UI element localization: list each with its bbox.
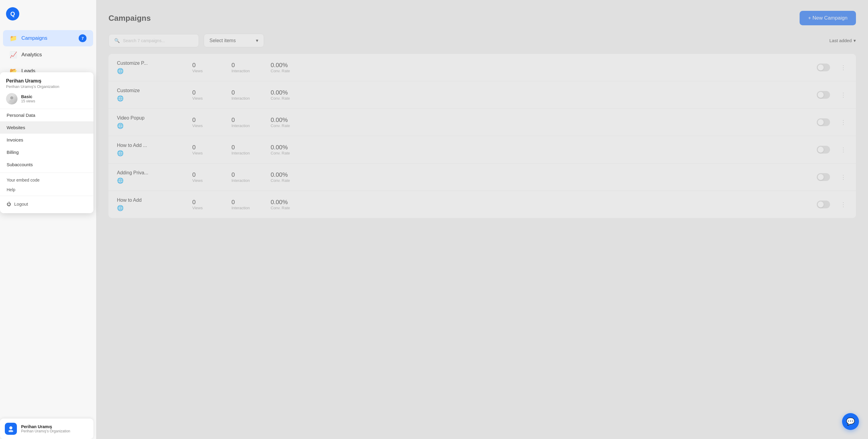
chevron-down-icon: ▾ [256,38,258,43]
logout-icon: ⏻ [7,201,11,207]
nav-icon-campaigns: 📁 [10,35,17,42]
campaign-list: Customize P... 🌐 0 Views 0 Interaction 0… [108,54,856,218]
campaign-views: 0 Views [192,62,222,73]
views-label: Views [192,124,203,128]
campaign-interaction: 0 Interaction [231,199,261,210]
select-items-label: Select items [210,38,236,43]
campaign-name: Customize [117,88,183,93]
campaign-more-button[interactable]: ⋮ [839,145,847,155]
sort-chevron-icon: ▾ [854,38,856,43]
campaign-card: Customize P... 🌐 0 Views 0 Interaction 0… [108,54,856,81]
campaign-name: Customize P... [117,61,183,66]
campaign-conv-rate: 0.00% Conv. Rate [271,89,301,101]
conv-rate-value: 0.00% [271,116,288,124]
dropdown-billing[interactable]: Billing [0,146,93,158]
search-box[interactable]: 🔍 Search 7 campaigns... [108,34,199,47]
sort-button[interactable]: Last added ▾ [830,38,856,43]
new-campaign-button[interactable]: + New Campaign [800,11,856,25]
campaign-card: Adding Priva... 🌐 0 Views 0 Interaction … [108,164,856,191]
campaign-card: Customize 🌐 0 Views 0 Interaction 0.00% … [108,81,856,109]
campaign-card: Video Popup 🌐 0 Views 0 Interaction 0.00… [108,109,856,136]
campaign-name-col: How to Add ... 🌐 [117,143,183,157]
views-value: 0 [192,171,195,178]
campaign-interaction: 0 Interaction [231,116,261,128]
select-items-dropdown[interactable]: Select items ▾ [204,34,264,47]
badge-campaigns: 7 [79,34,87,42]
search-placeholder: Search 7 campaigns... [123,38,165,43]
conv-rate-label: Conv. Rate [271,69,290,73]
campaign-name: How to Add [117,198,183,203]
user-bar-name: Perihan Uramış [21,424,70,429]
interaction-label: Interaction [231,178,250,183]
plan-avatar [6,93,18,104]
campaign-name-col: How to Add 🌐 [117,198,183,211]
main-content: Campaigns + New Campaign 🔍 Search 7 camp… [96,0,868,439]
campaign-more-button[interactable]: ⋮ [839,90,847,100]
user-dropdown-menu: Perihan Uramış Perihan Uramış's Organiza… [0,72,93,213]
globe-icon: 🌐 [117,95,183,102]
sidebar-item-campaigns[interactable]: 📁 Campaigns 7 [3,30,93,46]
conv-rate-value: 0.00% [271,89,288,96]
campaign-toggle[interactable] [817,173,830,181]
campaign-views: 0 Views [192,199,222,210]
dropdown-divider-2 [0,196,93,196]
views-label: Views [192,96,203,101]
dropdown-embed[interactable]: Your embed code [0,175,93,185]
campaign-views: 0 Views [192,144,222,155]
interaction-value: 0 [231,62,235,69]
interaction-label: Interaction [231,96,250,101]
nav-icon-analytics: 📈 [10,51,17,59]
dropdown-divider-1 [0,172,93,173]
campaign-name: Video Popup [117,115,183,121]
views-label: Views [192,178,203,183]
campaign-name-col: Customize P... 🌐 [117,61,183,74]
campaign-toggle[interactable] [817,118,830,126]
conv-rate-label: Conv. Rate [271,206,290,210]
campaign-more-button[interactable]: ⋮ [839,200,847,209]
interaction-label: Interaction [231,69,250,73]
dropdown-user-org: Perihan Uramış's Organization [6,84,87,89]
campaign-conv-rate: 0.00% Conv. Rate [271,144,301,155]
conv-rate-value: 0.00% [271,144,288,151]
campaign-card: How to Add 🌐 0 Views 0 Interaction 0.00%… [108,191,856,218]
plan-views: 15 views [21,99,35,103]
dropdown-subaccounts[interactable]: Subaccounts [0,158,93,171]
campaign-interaction: 0 Interaction [231,144,261,155]
conv-rate-label: Conv. Rate [271,124,290,128]
plan-name: Basic [21,94,35,99]
dropdown-websites[interactable]: Websites [0,121,93,134]
nav-label-campaigns: Campaigns [22,35,47,41]
user-bar-info: Perihan Uramış Perihan Uramış's Organiza… [21,424,70,433]
campaign-name: How to Add ... [117,143,183,148]
app-logo: Q [6,7,19,21]
globe-icon: 🌐 [117,177,183,184]
plan-row: Basic 15 views [6,93,87,104]
campaign-more-button[interactable]: ⋮ [839,63,847,72]
svg-point-0 [10,96,13,99]
logout-button[interactable]: ⏻ Logout [0,198,93,210]
conv-rate-value: 0.00% [271,62,288,69]
sidebar: Q 📁 Campaigns 7 📈 Analytics 📂 Leads Peri… [0,0,96,439]
campaign-toggle[interactable] [817,91,830,99]
dropdown-personal-data[interactable]: Personal Data [0,109,93,121]
campaign-views: 0 Views [192,89,222,101]
campaign-name-col: Adding Priva... 🌐 [117,170,183,184]
dropdown-invoices[interactable]: Invoices [0,134,93,146]
campaign-card: How to Add ... 🌐 0 Views 0 Interaction 0… [108,136,856,164]
chat-bubble[interactable]: 💬 [842,413,859,430]
campaign-toggle[interactable] [817,146,830,154]
campaign-name-col: Customize 🌐 [117,88,183,102]
campaign-toggle[interactable] [817,64,830,71]
views-label: Views [192,69,203,73]
user-bar[interactable]: Perihan Uramış Perihan Uramış's Organiza… [0,418,93,439]
campaign-more-button[interactable]: ⋮ [839,172,847,182]
campaign-toggle[interactable] [817,201,830,208]
logo-text: Q [10,10,15,18]
campaign-more-button[interactable]: ⋮ [839,117,847,127]
sidebar-item-analytics[interactable]: 📈 Analytics [3,47,93,63]
globe-icon: 🌐 [117,123,183,129]
svg-point-2 [9,426,12,429]
campaign-interaction: 0 Interaction [231,171,261,183]
dropdown-help[interactable]: Help [0,185,93,194]
campaign-conv-rate: 0.00% Conv. Rate [271,62,301,73]
